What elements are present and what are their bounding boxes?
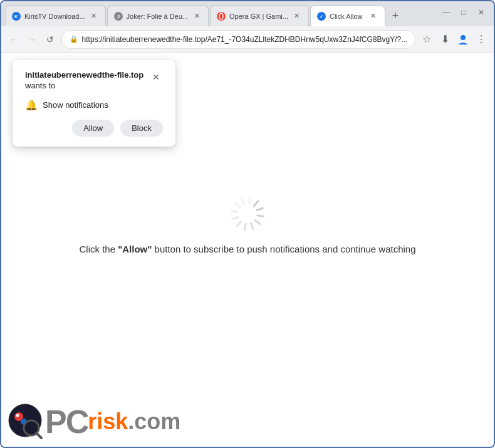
address-bar[interactable]: 🔒 https://initiateuberrenewedthe-file.to…: [61, 30, 416, 49]
popup-permission: 🔔 Show notifications: [25, 99, 163, 111]
svg-line-11: [256, 218, 262, 221]
content-area: initiateuberrenewedthe-file.top wants to…: [1, 53, 494, 447]
bookmark-icon[interactable]: ☆: [419, 31, 434, 48]
svg-line-14: [241, 222, 243, 228]
pcrisk-logo: PCrisk.com: [8, 403, 180, 440]
tab-click-allow[interactable]: ✓ Click Allow ✕: [310, 5, 385, 26]
tab-opera[interactable]: Opera GX | Gami... ✕: [210, 5, 309, 26]
svg-line-18: [238, 201, 242, 206]
allow-button[interactable]: Allow: [72, 120, 114, 137]
svg-text:J: J: [117, 14, 119, 19]
svg-line-9: [256, 204, 261, 208]
close-button[interactable]: ✕: [474, 6, 489, 19]
popup-header: initiateuberrenewedthe-file.top wants to…: [25, 70, 163, 96]
profile-icon[interactable]: [456, 31, 471, 48]
tab-kiristv[interactable]: K KirisTV Download... ✕: [5, 5, 106, 26]
tab-label-2: Joker: Folie à Deu...: [127, 13, 188, 20]
tab-bar: K KirisTV Download... ✕ J Joker: Folie à…: [1, 1, 494, 26]
browser-window: K KirisTV Download... ✕ J Joker: Folie à…: [0, 0, 495, 448]
new-tab-button[interactable]: +: [387, 7, 404, 24]
lock-icon: 🔒: [70, 35, 78, 43]
maximize-button[interactable]: □: [456, 6, 471, 19]
svg-line-17: [232, 207, 238, 209]
download-icon[interactable]: ⬇: [437, 31, 452, 48]
dotcom-text-label: .com: [128, 409, 180, 435]
popup-actions: Allow Block: [25, 120, 163, 137]
svg-text:✓: ✓: [320, 14, 323, 19]
tab-label-4: Click Allow: [330, 13, 365, 20]
pc-text-label: PC: [45, 405, 88, 438]
popup-site-info: initiateuberrenewedthe-file.top wants to: [25, 70, 143, 96]
more-options-icon[interactable]: ⋮: [474, 31, 489, 48]
svg-line-19: [246, 197, 247, 204]
bell-icon: 🔔: [25, 99, 38, 111]
tab-favicon-3: [217, 12, 226, 21]
svg-line-20: [252, 199, 254, 204]
back-button[interactable]: ←: [6, 31, 21, 48]
tab-close-2[interactable]: ✕: [192, 11, 202, 21]
svg-line-16: [231, 214, 237, 215]
message-bold: "Allow": [118, 244, 152, 254]
svg-line-12: [253, 222, 257, 227]
risk-text-label: risk: [88, 410, 128, 433]
popup-site-name: initiateuberrenewedthe-file.top: [25, 70, 143, 81]
tab-label-3: Opera GX | Gami...: [229, 13, 288, 20]
forward-button[interactable]: →: [24, 31, 39, 48]
message-post: button to subscribe to push notification…: [152, 244, 415, 254]
loading-spinner: [229, 195, 266, 232]
refresh-button[interactable]: ↺: [43, 31, 57, 48]
tab-favicon-4: ✓: [317, 12, 326, 21]
toolbar: ← → ↺ 🔒 https://initiateuberrenewedthe-f…: [1, 26, 494, 53]
page-message: Click the "Allow" button to subscribe to…: [79, 244, 415, 254]
window-controls: — □ ✕: [439, 6, 489, 19]
tab-joker[interactable]: J Joker: Folie à Deu... ✕: [107, 5, 209, 26]
tab-label-1: KirisTV Download...: [24, 13, 85, 20]
notification-popup: initiateuberrenewedthe-file.top wants to…: [13, 60, 175, 147]
svg-point-8: [461, 35, 466, 40]
svg-line-10: [258, 212, 264, 213]
tab-favicon-2: J: [114, 12, 123, 21]
pc-icon: [8, 403, 45, 440]
block-button[interactable]: Block: [120, 120, 163, 137]
message-pre: Click the: [79, 244, 118, 254]
spinner-graphic: [229, 195, 266, 232]
svg-line-13: [248, 224, 249, 230]
tab-close-3[interactable]: ✕: [292, 11, 302, 21]
tab-favicon-1: K: [12, 12, 21, 21]
popup-close-button[interactable]: ✕: [149, 70, 163, 84]
tab-close-4[interactable]: ✕: [368, 11, 378, 21]
popup-wants-text: wants to: [25, 81, 143, 90]
url-text: https://initiateuberrenewedthe-file.top/…: [82, 35, 408, 44]
svg-point-24: [16, 414, 19, 417]
permission-text: Show notifications: [43, 100, 108, 110]
svg-line-15: [234, 219, 239, 223]
tab-close-1[interactable]: ✕: [89, 11, 99, 21]
minimize-button[interactable]: —: [439, 6, 454, 19]
svg-text:K: K: [14, 14, 18, 19]
